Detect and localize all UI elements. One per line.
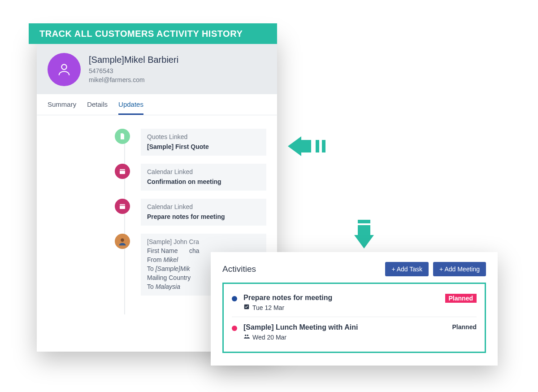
svg-point-3 [121, 239, 124, 242]
activity-date: Tue 12 Mar [252, 304, 284, 311]
svg-point-5 [245, 335, 247, 336]
timeline-row: Calendar Linked Prepare notes for meetin… [48, 199, 266, 226]
activity-name: Prepare notes for meeting [243, 294, 439, 302]
customer-email: mikel@farmers.com [89, 76, 178, 85]
pointer-arrow-left-icon [288, 136, 325, 156]
timeline-type: [Sample] John Cra [147, 238, 260, 245]
to-label: To [147, 283, 154, 290]
svg-point-0 [61, 65, 66, 70]
from-label: From [147, 256, 162, 263]
timeline-row: Calendar Linked Confirmation on meeting [48, 164, 266, 191]
activities-card: Activities + Add Task + Add Meeting Prep… [211, 252, 498, 366]
change-to: Malaysia [156, 283, 180, 290]
customer-id: 5476543 [89, 67, 178, 76]
activities-list: Prepare notes for meeting Tue 12 Mar Pla… [222, 283, 486, 353]
svg-rect-1 [120, 169, 125, 174]
activity-name: [Sample] Lunch Meeting with Aini [243, 323, 446, 331]
change-action: cha [189, 247, 200, 254]
timeline-line [124, 133, 125, 314]
status-badge: Planned [452, 323, 477, 331]
file-icon [115, 129, 130, 144]
timeline-linked: Linked [174, 168, 193, 175]
change-from: Mikel [164, 256, 178, 263]
avatar-icon [48, 53, 81, 86]
avatar-icon [115, 234, 130, 249]
calendar-icon [115, 164, 130, 179]
activity-date: Wed 20 Mar [252, 334, 286, 341]
timeline-card[interactable]: Calendar Linked Confirmation on meeting [141, 164, 266, 191]
timeline-card[interactable]: Quotes Linked [Sample] First Quote [141, 129, 266, 156]
svg-point-6 [247, 335, 249, 336]
banner-title: TRACK ALL CUSTOMERS ACTIVITY HISTORY [29, 23, 277, 44]
to-label: To [147, 265, 154, 272]
timeline-title: Prepare notes for meeting [147, 213, 260, 220]
timeline-card[interactable]: Calendar Linked Prepare notes for meetin… [141, 199, 266, 226]
activity-bullet [232, 296, 237, 301]
add-meeting-button[interactable]: + Add Meeting [433, 262, 486, 276]
activity-bullet [232, 326, 237, 331]
timeline-linked: Linked [174, 203, 193, 210]
activity-item[interactable]: [Sample] Lunch Meeting with Aini Wed 20 … [232, 317, 477, 344]
pointer-arrow-down-icon [354, 220, 374, 248]
timeline-type: Quotes [147, 133, 167, 140]
timeline-type: Calendar [147, 168, 173, 175]
customer-header: [Sample]Mikel Barbieri 5476543 mikel@far… [37, 44, 277, 94]
svg-rect-2 [120, 204, 125, 209]
tab-details[interactable]: Details [87, 100, 108, 115]
tab-updates[interactable]: Updates [118, 100, 143, 115]
status-badge: Planned [445, 294, 477, 303]
add-task-button[interactable]: + Add Task [385, 262, 429, 276]
change-to: [Sample]Mik [156, 265, 190, 272]
tabs: Summary Details Updates [37, 94, 277, 115]
timeline-linked: Linked [169, 133, 187, 140]
change-field: Mailing Country [147, 274, 191, 281]
check-icon [243, 304, 250, 311]
timeline-row: Quotes Linked [Sample] First Quote [48, 129, 266, 156]
customer-name: [Sample]Mikel Barbieri [89, 55, 178, 65]
timeline-type: Calendar [147, 203, 173, 210]
activity-item[interactable]: Prepare notes for meeting Tue 12 Mar Pla… [232, 290, 477, 315]
tab-summary[interactable]: Summary [48, 100, 76, 115]
timeline-title: [Sample] First Quote [147, 143, 260, 150]
change-field: First Name [147, 247, 187, 254]
calendar-icon [115, 199, 130, 214]
timeline-title: Confirmation on meeting [147, 178, 260, 185]
activities-title: Activities [222, 264, 256, 274]
people-icon [243, 333, 250, 341]
